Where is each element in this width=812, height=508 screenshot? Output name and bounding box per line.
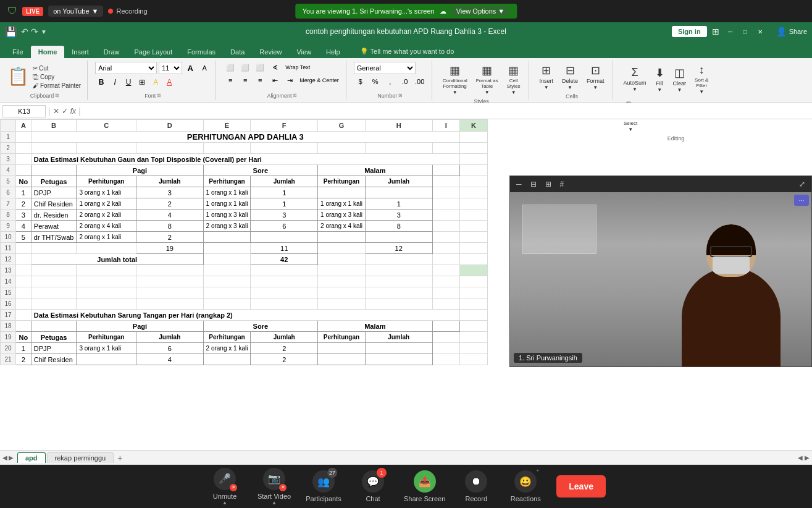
cell-g14[interactable] <box>318 276 366 287</box>
cell-i11[interactable] <box>432 243 459 254</box>
cell-k5[interactable] <box>459 176 487 187</box>
font-name-select[interactable]: Arial <box>95 62 157 74</box>
cell-s2-malam-header[interactable]: Malam <box>318 321 432 332</box>
cell-styles-button[interactable]: ▦ CellStyles ▼ <box>504 62 524 97</box>
record-button[interactable]: ⏺ Record <box>458 470 495 502</box>
cell-i5[interactable] <box>432 176 459 187</box>
clear-button[interactable]: ◫ Clear ▼ <box>670 64 690 95</box>
format-painter-button[interactable]: 🖌 Format Painter <box>31 82 82 90</box>
cell-d13[interactable] <box>136 265 203 276</box>
cell-8-sore-calc[interactable]: 1 orang x 3 kali <box>203 210 251 221</box>
cell-grand-total[interactable]: 42 <box>251 254 318 265</box>
cell-k7[interactable] <box>459 198 487 210</box>
cell-8-pagi-calc[interactable]: 2 orang x 2 kali <box>77 210 136 221</box>
cell-e2[interactable] <box>203 143 251 154</box>
chat-button[interactable]: 💬 1 Chat <box>354 470 391 502</box>
cell-i8[interactable] <box>432 210 459 221</box>
cell-c14[interactable] <box>77 276 136 287</box>
cell-a18[interactable] <box>16 321 31 332</box>
currency-button[interactable]: $ <box>354 76 367 87</box>
font-color-button[interactable]: A <box>163 76 175 88</box>
undo-button[interactable]: ↶ <box>21 27 28 36</box>
align-center[interactable]: ≡ <box>238 75 252 86</box>
unmute-button[interactable]: 🎤 ✕ Unmute ▲ <box>206 468 243 506</box>
cell-h15[interactable] <box>365 287 432 298</box>
cell-7-malam-jml[interactable]: 1 <box>365 198 432 210</box>
col-header-f[interactable]: F <box>251 120 318 132</box>
cell-21-malam-jml[interactable] <box>365 354 432 365</box>
align-right[interactable]: ≡ <box>253 75 267 86</box>
cell-section1-title[interactable]: Data Estimasi Kebutuhan Gaun dan Topi Di… <box>31 154 459 165</box>
cell-a13[interactable] <box>16 265 31 276</box>
start-video-button[interactable]: 📷 ✕ Start Video ▲ <box>256 468 293 506</box>
cell-c11[interactable] <box>77 243 136 254</box>
cell-21-no[interactable]: 2 <box>16 354 31 365</box>
confirm-formula-icon[interactable]: ✓ <box>62 107 68 116</box>
cell-21-sore-jml[interactable]: 2 <box>251 354 318 365</box>
cell-i19[interactable] <box>432 332 459 343</box>
merge-center-button[interactable]: Merge & Center <box>298 75 341 86</box>
cell-6-sore-calc[interactable]: 1 orang x 1 kali <box>203 187 251 198</box>
cell-6-pagi-jml[interactable]: 3 <box>136 187 203 198</box>
cell-10-malam-jml[interactable] <box>365 232 432 243</box>
cell-10-sore-jml[interactable] <box>251 232 318 243</box>
col-header-c[interactable]: C <box>77 120 136 132</box>
cell-i12[interactable] <box>432 254 459 265</box>
col-header-e[interactable]: E <box>203 120 251 132</box>
cell-9-no[interactable]: 4 <box>16 221 31 232</box>
angle-text[interactable]: ∢ <box>268 62 282 73</box>
cell-6-no[interactable]: 1 <box>16 187 31 198</box>
align-left[interactable]: ≡ <box>224 75 237 86</box>
wrap-text-button[interactable]: Wrap Text <box>283 62 312 73</box>
cell-e13[interactable] <box>203 265 251 276</box>
cell-s2-pagi-calc-header[interactable]: Perhitungan <box>77 332 136 343</box>
cell-7-pagi-calc[interactable]: 1 orang x 2 kali <box>77 198 136 210</box>
italic-button[interactable]: I <box>109 76 121 88</box>
cell-f16[interactable] <box>251 298 318 310</box>
view-options-button[interactable]: View Options ▼ <box>451 6 510 16</box>
cell-s2-pagi-header[interactable]: Pagi <box>77 321 203 332</box>
cell-b14[interactable] <box>31 276 77 287</box>
cell-f15[interactable] <box>251 287 318 298</box>
cell-d15[interactable] <box>136 287 203 298</box>
cell-g13[interactable] <box>318 265 366 276</box>
cell-s2-malam-jml-header[interactable]: Jumlah <box>365 332 432 343</box>
cell-i4[interactable] <box>432 165 459 176</box>
cut-button[interactable]: ✂ Cut <box>31 64 82 72</box>
cell-20-sore-calc[interactable]: 2 orang x 1 kali <box>203 343 251 354</box>
delete-button[interactable]: ⊟ Delete ▼ <box>559 62 581 92</box>
cell-pagi-jml-header[interactable]: Jumlah <box>136 176 203 187</box>
cell-s2-no-header[interactable]: No <box>16 332 31 343</box>
cell-b15[interactable] <box>31 287 77 298</box>
clipboard-expand[interactable]: ⊠ <box>55 93 59 98</box>
cancel-formula-icon[interactable]: ✕ <box>53 107 59 116</box>
cell-h16[interactable] <box>365 298 432 310</box>
alignment-expand[interactable]: ⊠ <box>293 93 297 98</box>
video-toolbar-minimize[interactable]: ─ <box>514 179 524 190</box>
font-expand[interactable]: ⊠ <box>157 93 161 98</box>
cell-10-pagi-calc[interactable]: 2 orang x 1 kali <box>77 232 136 243</box>
tab-data[interactable]: Data <box>223 46 252 58</box>
sort-filter-button[interactable]: ↕ Sort &Filter ▼ <box>692 62 711 96</box>
format-cells-button[interactable]: ⊡ Format ▼ <box>584 62 608 92</box>
cell-b4[interactable] <box>31 165 77 176</box>
cell-pagi-calc-header[interactable]: Perhitungan <box>77 176 136 187</box>
cell-k12[interactable] <box>459 254 487 265</box>
format-table-button[interactable]: ▦ Format asTable ▼ <box>473 62 501 97</box>
sheet-nav-right[interactable]: ▶ <box>9 454 14 461</box>
decrease-indent[interactable]: ⇤ <box>268 75 282 86</box>
cell-a15[interactable] <box>16 287 31 298</box>
cell-c16[interactable] <box>77 298 136 310</box>
cell-a4[interactable] <box>16 165 31 176</box>
cell-a1[interactable] <box>16 132 31 143</box>
font-shrink-button[interactable]: A <box>198 62 211 74</box>
col-header-h[interactable]: H <box>365 120 432 132</box>
decrease-decimal[interactable]: .0 <box>398 76 412 87</box>
cell-a3[interactable] <box>16 154 31 165</box>
cell-20-no[interactable]: 1 <box>16 343 31 354</box>
sign-in-button[interactable]: Sign in <box>672 26 707 37</box>
cell-k19[interactable] <box>459 332 487 343</box>
cell-20-pagi-jml[interactable]: 6 <box>136 343 203 354</box>
cell-d16[interactable] <box>136 298 203 310</box>
cell-7-malam-calc[interactable]: 1 orang x 1 kali <box>318 198 366 210</box>
